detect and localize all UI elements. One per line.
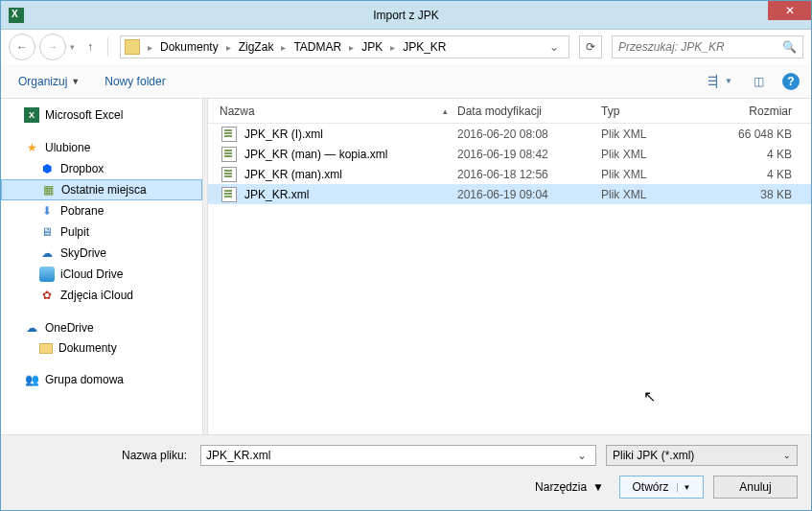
file-open-dialog: Import z JPK ✕ ← → ▾ ↑ ▸ Dokumenty ▸ Zig…	[0, 0, 812, 511]
column-header-type[interactable]: Typ	[601, 105, 716, 118]
sidebar-item-desktop[interactable]: 🖥Pulpit	[1, 221, 202, 243]
file-size: 4 KB	[716, 168, 811, 181]
refresh-button[interactable]: ⟳	[579, 35, 602, 58]
cancel-label: Anuluj	[739, 480, 771, 494]
split-chevron-icon[interactable]: ▼	[677, 483, 691, 492]
help-icon: ?	[787, 75, 794, 88]
file-name: JPK_KR.xml	[244, 188, 457, 201]
chevron-down-icon: ⌄	[783, 451, 791, 460]
sidebar-group-favorites[interactable]: ★Ulubione	[1, 137, 202, 158]
column-label: Nazwa	[220, 105, 255, 118]
tools-button[interactable]: Narzędzia ▼	[535, 480, 604, 494]
file-size: 38 KB	[716, 188, 811, 201]
file-row[interactable]: JPK_KR (man).xml2016-06-18 12:56Plik XML…	[208, 164, 811, 184]
icloud-icon	[39, 267, 55, 282]
open-label: Otwórz	[633, 480, 669, 494]
separator	[107, 37, 108, 57]
search-box[interactable]: 🔍	[612, 35, 803, 58]
search-input[interactable]	[618, 40, 782, 54]
filename-combobox[interactable]: ⌄	[200, 445, 596, 466]
xml-file-icon	[221, 147, 237, 162]
sidebar-group-homegroup[interactable]: 👥Grupa domowa	[1, 369, 202, 390]
forward-button[interactable]: →	[39, 34, 66, 60]
star-icon: ★	[24, 140, 39, 155]
sidebar-item-skydrive[interactable]: ☁SkyDrive	[1, 243, 202, 264]
preview-pane-button[interactable]: ◫	[744, 71, 773, 92]
sidebar-item-documents[interactable]: Dokumenty	[1, 338, 202, 358]
cancel-button[interactable]: Anuluj	[713, 476, 798, 499]
chevron-right-icon[interactable]: ▸	[281, 42, 286, 53]
open-button[interactable]: Otwórz ▼	[619, 476, 704, 499]
dialog-body: XMicrosoft Excel ★Ulubione ⬢Dropbox ▦Ost…	[1, 99, 811, 434]
sidebar-item-label: Ulubione	[45, 141, 90, 154]
tools-label: Narzędzia	[535, 480, 587, 494]
organize-button[interactable]: Organizuj ▼	[12, 71, 85, 92]
preview-icon: ◫	[754, 75, 764, 88]
breadcrumb-bar[interactable]: ▸ Dokumenty ▸ ZigZak ▸ TADMAR ▸ JPK ▸ JP…	[120, 35, 569, 58]
sidebar-item-label: Pulpit	[60, 225, 89, 239]
help-button[interactable]: ?	[782, 73, 800, 90]
mouse-cursor: ↖	[643, 387, 656, 406]
sidebar-item-dropbox[interactable]: ⬢Dropbox	[1, 158, 202, 179]
sidebar-item-label: SkyDrive	[60, 246, 106, 260]
column-headers: Nazwa▴ Data modyfikacji Typ Rozmiar	[208, 99, 811, 124]
column-header-name[interactable]: Nazwa▴	[208, 105, 457, 118]
chevron-right-icon[interactable]: ▸	[390, 42, 395, 53]
navigation-sidebar: XMicrosoft Excel ★Ulubione ⬢Dropbox ▦Ost…	[1, 99, 202, 434]
file-name: JPK_KR (I).xml	[244, 128, 457, 141]
breadcrumb-item[interactable]: JPK	[358, 38, 386, 56]
sidebar-item-label: Dokumenty	[58, 341, 117, 355]
breadcrumb-item[interactable]: Dokumenty	[156, 38, 222, 56]
file-type: Plik XML	[601, 188, 716, 201]
column-header-date[interactable]: Data modyfikacji	[457, 105, 601, 118]
file-date: 2016-06-19 09:04	[457, 188, 601, 201]
recent-icon: ▦	[40, 182, 56, 197]
sidebar-item-label: Dropbox	[60, 162, 104, 175]
up-button[interactable]: ↑	[79, 35, 102, 58]
sidebar-item-excel[interactable]: XMicrosoft Excel	[1, 105, 202, 126]
file-type-filter[interactable]: Pliki JPK (*.xml) ⌄	[606, 445, 798, 466]
homegroup-icon: 👥	[24, 372, 39, 387]
sidebar-item-recent[interactable]: ▦Ostatnie miejsca	[1, 179, 202, 200]
file-list-area: Nazwa▴ Data modyfikacji Typ Rozmiar JPK_…	[208, 99, 811, 434]
chevron-down-icon[interactable]: ⌄	[573, 449, 591, 462]
file-size: 4 KB	[716, 148, 811, 161]
history-dropdown[interactable]: ▾	[70, 42, 75, 52]
xml-file-icon	[221, 167, 237, 182]
file-type: Plik XML	[601, 148, 716, 161]
breadcrumb-dropdown[interactable]: ⌄	[544, 40, 565, 54]
search-icon[interactable]: 🔍	[782, 40, 797, 54]
organize-label: Organizuj	[18, 75, 67, 88]
breadcrumb-item[interactable]: JPK_KR	[399, 38, 450, 56]
new-folder-button[interactable]: Nowy folder	[99, 71, 171, 92]
sidebar-item-icloud-drive[interactable]: iCloud Drive	[1, 264, 202, 285]
view-options-button[interactable]: ☰▏ ▼	[706, 71, 734, 92]
sidebar-item-label: Pobrane	[60, 204, 104, 218]
file-row[interactable]: JPK_KR.xml2016-06-19 09:04Plik XML38 KB	[208, 184, 811, 204]
close-button[interactable]: ✕	[768, 1, 811, 20]
sidebar-item-downloads[interactable]: ⬇Pobrane	[1, 200, 202, 221]
back-button[interactable]: ←	[9, 34, 35, 60]
folder-icon	[39, 343, 53, 354]
sidebar-item-icloud-photos[interactable]: ✿Zdjęcia iCloud	[1, 285, 202, 306]
chevron-right-icon[interactable]: ▸	[226, 42, 231, 53]
sidebar-item-label: OneDrive	[45, 321, 94, 335]
dialog-bottom: Nazwa pliku: ⌄ Pliki JPK (*.xml) ⌄ Narzę…	[1, 434, 811, 510]
file-row[interactable]: JPK_KR (man) — kopia.xml2016-06-19 08:42…	[208, 144, 811, 164]
excel-icon: X	[24, 107, 39, 123]
file-date: 2016-06-20 08:08	[457, 128, 601, 141]
chevron-down-icon: ▼	[592, 480, 604, 494]
onedrive-icon: ☁	[24, 320, 39, 336]
breadcrumb-item[interactable]: TADMAR	[290, 38, 345, 56]
column-header-size[interactable]: Rozmiar	[716, 105, 811, 118]
desktop-icon: 🖥	[39, 224, 55, 240]
chevron-right-icon[interactable]: ▸	[148, 42, 152, 53]
navigation-bar: ← → ▾ ↑ ▸ Dokumenty ▸ ZigZak ▸ TADMAR ▸ …	[1, 30, 811, 64]
chevron-right-icon[interactable]: ▸	[349, 42, 354, 53]
file-row[interactable]: JPK_KR (I).xml2016-06-20 08:08Plik XML66…	[208, 124, 811, 144]
titlebar: Import z JPK ✕	[1, 1, 811, 30]
filename-input[interactable]	[206, 449, 573, 462]
sidebar-group-onedrive[interactable]: ☁OneDrive	[1, 317, 202, 338]
breadcrumb-item[interactable]: ZigZak	[235, 38, 278, 56]
dropbox-icon: ⬢	[39, 161, 55, 176]
